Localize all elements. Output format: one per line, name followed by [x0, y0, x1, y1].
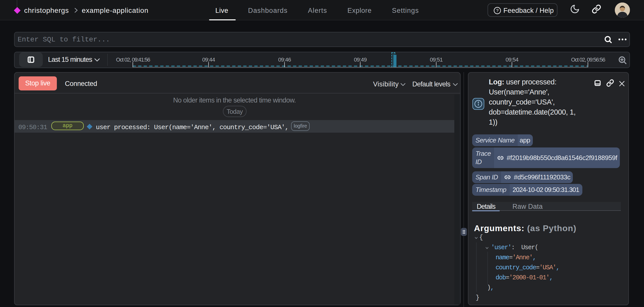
svg-text:?: ? [496, 8, 498, 13]
